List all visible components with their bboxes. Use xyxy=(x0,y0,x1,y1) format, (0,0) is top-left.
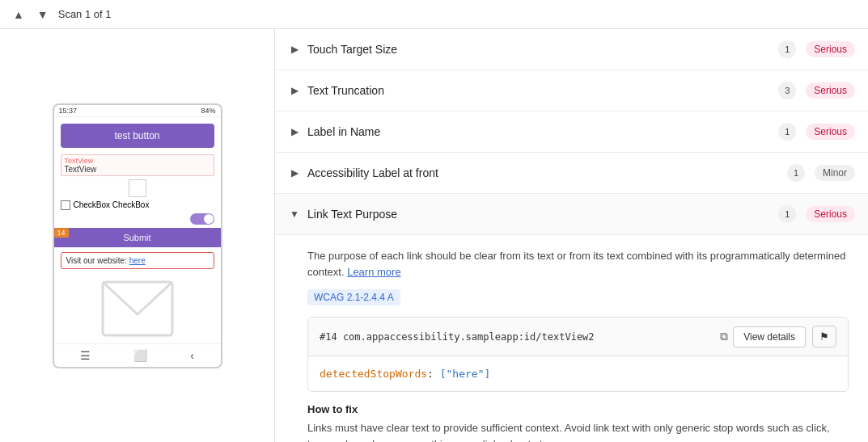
learn-more-link[interactable]: Learn more xyxy=(347,266,400,278)
issue-severity-text-truncation: Serious xyxy=(806,82,855,99)
phone-checkbox[interactable] xyxy=(61,200,70,210)
issue-severity-link-text-purpose: Serious xyxy=(806,206,855,222)
phone-mockup: 15:37 84% test button TextView TextView xyxy=(53,103,222,368)
link-prefix-text: Visit our website: xyxy=(66,256,129,265)
chevron-right-icon: ▶ xyxy=(288,43,301,56)
phone-battery: 84% xyxy=(201,107,215,115)
issue-description: The purpose of each link should be clear… xyxy=(307,248,849,280)
phone-image-placeholder xyxy=(129,179,146,197)
code-key: detectedStopWords xyxy=(320,368,427,380)
issue-count-accessibility-label: 1 xyxy=(787,164,805,182)
text-view-value: TextView xyxy=(65,165,210,174)
checkbox-label: CheckBox CheckBox xyxy=(74,200,150,209)
view-details-button[interactable]: View details xyxy=(733,326,806,347)
issue-count-link-text-purpose: 1 xyxy=(778,205,796,223)
issue-severity-touch-target: Serious xyxy=(806,41,855,57)
issue-severity-accessibility-label: Minor xyxy=(815,165,855,181)
how-to-fix-text: Links must have clear text to provide su… xyxy=(307,420,849,442)
phone-link[interactable]: here xyxy=(129,256,146,265)
phone-content: test button TextView TextView CheckBox C… xyxy=(54,124,221,343)
phone-time: 15:37 xyxy=(59,107,78,115)
phone-checkbox-row: CheckBox CheckBox xyxy=(61,200,214,210)
phone-link-box: Visit our website: here xyxy=(61,252,214,269)
wcag-tag: WCAG 2.1-2.4.4 A xyxy=(307,289,400,305)
issue-title-text-truncation: Text Truncation xyxy=(307,84,778,97)
issue-detail-box: #14 com.appaccessibility.sampleapp:id/te… xyxy=(307,317,849,392)
code-colon: : xyxy=(427,368,440,380)
text-view-sublabel: TextView xyxy=(65,157,210,165)
scan-title: Scan 1 of 1 xyxy=(58,8,112,20)
phone-nav-bar: ☰ ⬜ ‹ xyxy=(54,343,221,367)
phone-nav-back-icon[interactable]: ‹ xyxy=(190,349,194,362)
left-panel: 15:37 84% test button TextView TextView xyxy=(0,29,275,442)
code-block: detectedStopWords: ["here"] xyxy=(308,356,848,391)
how-to-fix-title: How to fix xyxy=(307,403,849,415)
test-button[interactable]: test button xyxy=(61,124,214,148)
phone-toggle[interactable] xyxy=(190,213,214,225)
flag-button[interactable]: ⚑ xyxy=(812,326,836,347)
phone-text-view: TextView TextView xyxy=(61,154,214,176)
code-value: ["here"] xyxy=(440,368,491,380)
issue-count-text-truncation: 3 xyxy=(778,82,796,99)
submit-label: Submit xyxy=(123,233,150,242)
chevron-down-icon: ▼ xyxy=(288,208,301,221)
next-scan-button[interactable]: ▼ xyxy=(34,6,52,23)
copy-id-button[interactable]: ⧉ xyxy=(715,328,733,345)
right-panel: ▶ Touch Target Size 1 Serious ▶ Text Tru… xyxy=(275,29,868,442)
issue-title-touch-target: Touch Target Size xyxy=(307,43,778,56)
issue-row-touch-target[interactable]: ▶ Touch Target Size 1 Serious xyxy=(275,29,868,70)
issue-title-label-in-name: Label in Name xyxy=(307,125,778,138)
phone-nav-menu-icon[interactable]: ☰ xyxy=(80,349,91,362)
phone-toggle-row xyxy=(61,213,214,225)
issue-row-text-truncation[interactable]: ▶ Text Truncation 3 Serious xyxy=(275,70,868,112)
issue-count-touch-target: 1 xyxy=(778,40,796,58)
issue-count-label-in-name: 1 xyxy=(778,123,796,141)
envelope-icon xyxy=(101,280,174,337)
phone-image-area xyxy=(54,274,221,343)
phone-badge: 14 xyxy=(54,228,69,238)
svg-rect-0 xyxy=(103,282,172,335)
chevron-right-icon-4: ▶ xyxy=(288,166,301,179)
issue-title-accessibility-label: Accessibility Label at front xyxy=(307,166,787,179)
phone-submit-row: 14 Submit xyxy=(54,228,221,247)
chevron-right-icon-2: ▶ xyxy=(288,84,301,97)
issue-severity-label-in-name: Serious xyxy=(806,124,855,140)
issue-element-id: #14 com.appaccessibility.sampleapp:id/te… xyxy=(320,331,715,343)
prev-scan-button[interactable]: ▲ xyxy=(10,6,28,23)
chevron-right-icon-3: ▶ xyxy=(288,125,301,138)
issue-row-accessibility-label[interactable]: ▶ Accessibility Label at front 1 Minor xyxy=(275,153,868,194)
phone-status-bar: 15:37 84% xyxy=(54,105,221,117)
issue-title-link-text-purpose: Link Text Purpose xyxy=(307,208,778,221)
main-layout: 15:37 84% test button TextView TextView xyxy=(0,29,868,442)
issue-row-label-in-name[interactable]: ▶ Label in Name 1 Serious xyxy=(275,112,868,153)
top-bar: ▲ ▼ Scan 1 of 1 xyxy=(0,0,868,29)
issue-detail-header: #14 com.appaccessibility.sampleapp:id/te… xyxy=(308,318,848,356)
phone-nav-home-icon[interactable]: ⬜ xyxy=(133,349,147,362)
issue-row-link-text-purpose[interactable]: ▼ Link Text Purpose 1 Serious xyxy=(275,194,868,235)
expanded-issue-content: The purpose of each link should be clear… xyxy=(275,235,868,442)
